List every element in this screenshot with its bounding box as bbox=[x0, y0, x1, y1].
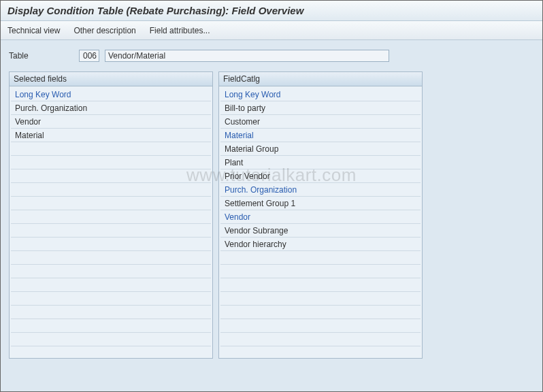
list-item-empty[interactable] bbox=[11, 197, 211, 210]
list-item[interactable]: Plant bbox=[220, 156, 421, 169]
list-item-empty[interactable] bbox=[11, 183, 211, 197]
field-catalog-panel: FieldCatlg Long Key WordBill-to partyCus… bbox=[218, 71, 423, 359]
field-catalog-title: FieldCatlg bbox=[219, 72, 422, 86]
list-item[interactable]: Purch. Organization bbox=[220, 183, 421, 197]
list-item[interactable]: Vendor Subrange bbox=[220, 224, 421, 238]
list-item-empty[interactable] bbox=[220, 292, 421, 306]
list-item-empty[interactable] bbox=[11, 292, 211, 306]
list-item[interactable]: Settlement Group 1 bbox=[220, 197, 421, 210]
list-item[interactable]: Vendor bbox=[220, 210, 421, 224]
panels-container: Selected fields Long Key WordPurch. Orga… bbox=[9, 71, 534, 359]
list-item[interactable]: Vendor bbox=[11, 115, 211, 129]
list-item[interactable]: Material Group bbox=[220, 142, 421, 156]
table-description-field[interactable]: Vendor/Material bbox=[105, 50, 389, 62]
list-item-empty[interactable] bbox=[11, 142, 211, 156]
list-item-empty[interactable] bbox=[220, 251, 421, 265]
list-item-empty[interactable] bbox=[11, 251, 211, 265]
list-item-empty[interactable] bbox=[11, 210, 211, 224]
list-item[interactable]: Vendor hierarchy bbox=[220, 238, 421, 251]
list-item-empty[interactable] bbox=[11, 265, 211, 278]
table-code-field[interactable]: 006 bbox=[79, 50, 99, 62]
list-item[interactable]: Customer bbox=[220, 115, 421, 129]
selected-fields-list[interactable]: Long Key WordPurch. OrganizationVendorMa… bbox=[10, 86, 212, 358]
page-title: Display Condition Table (Rebate Purchasi… bbox=[7, 5, 536, 16]
list-item-empty[interactable] bbox=[220, 333, 421, 346]
list-item-empty[interactable] bbox=[220, 265, 421, 278]
menu-bar: Technical view Other description Field a… bbox=[1, 21, 542, 40]
list-item-empty[interactable] bbox=[220, 278, 421, 292]
list-item-empty[interactable] bbox=[220, 306, 421, 319]
list-item-empty[interactable] bbox=[11, 333, 211, 346]
list-item[interactable]: Material bbox=[220, 129, 421, 142]
menu-technical-view[interactable]: Technical view bbox=[7, 26, 60, 35]
list-item-empty[interactable] bbox=[220, 319, 421, 333]
selected-fields-panel: Selected fields Long Key WordPurch. Orga… bbox=[9, 71, 213, 359]
table-input-row: Table 006 Vendor/Material bbox=[9, 50, 534, 62]
menu-field-attributes[interactable]: Field attributes... bbox=[150, 26, 210, 35]
table-label: Table bbox=[9, 51, 73, 61]
list-item[interactable]: Bill-to party bbox=[220, 101, 421, 115]
list-item[interactable]: Purch. Organization bbox=[11, 101, 211, 115]
list-item[interactable]: Prior Vendor bbox=[220, 169, 421, 183]
field-catalog-list[interactable]: Long Key WordBill-to partyCustomerMateri… bbox=[219, 86, 422, 358]
list-item-empty[interactable] bbox=[11, 238, 211, 251]
list-item-empty[interactable] bbox=[11, 169, 211, 183]
list-item-empty[interactable] bbox=[11, 319, 211, 333]
list-item[interactable]: Material bbox=[11, 129, 211, 142]
title-bar: Display Condition Table (Rebate Purchasi… bbox=[1, 1, 542, 21]
list-column-header[interactable]: Long Key Word bbox=[11, 88, 211, 101]
list-item-empty[interactable] bbox=[11, 278, 211, 292]
list-item-empty[interactable] bbox=[11, 156, 211, 169]
menu-other-description[interactable]: Other description bbox=[73, 26, 135, 35]
list-item-empty[interactable] bbox=[11, 306, 211, 319]
list-column-header[interactable]: Long Key Word bbox=[220, 88, 421, 101]
sap-window: Display Condition Table (Rebate Purchasi… bbox=[0, 0, 543, 392]
selected-fields-title: Selected fields bbox=[10, 72, 212, 86]
list-item-empty[interactable] bbox=[11, 224, 211, 238]
content-area: Table 006 Vendor/Material Selected field… bbox=[1, 40, 542, 392]
